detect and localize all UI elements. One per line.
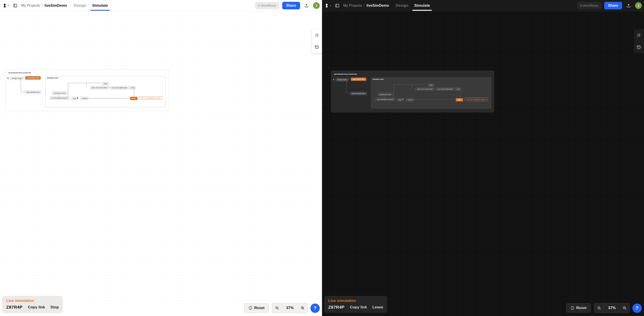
- zoom-level[interactable]: 37%: [604, 303, 620, 313]
- node-join[interactable]: Join: [455, 87, 461, 91]
- edge: [460, 89, 460, 98]
- node-click-live-mode-button[interactable]: click Live mode button: [416, 87, 434, 91]
- diagram-title: openStudioView (restored): [333, 73, 492, 76]
- tab-simulate[interactable]: Simulate: [414, 1, 430, 10]
- history-panel-button[interactable]: [634, 41, 644, 53]
- node-normal[interactable]: normal: [406, 98, 414, 101]
- panel-icon: [335, 3, 340, 8]
- log-panel-button[interactable]: 123: [312, 29, 322, 41]
- state-diagram-inner[interactable]: Simulate mode Start click Live mode butt…: [371, 77, 491, 109]
- svg-rect-0: [14, 4, 17, 7]
- bottom-controls: Reset 37%: [566, 303, 630, 313]
- tab-simulate[interactable]: Simulate: [92, 1, 108, 10]
- node-join-live-sim[interactable]: Join Live Simulation session: [139, 96, 162, 100]
- live-sim-title: Live simulation: [6, 299, 59, 303]
- workflows-badge[interactable]: 0 Workflows: [577, 2, 601, 9]
- header: ▾ My Projects / liveSimDemo Design Simul…: [322, 0, 644, 11]
- breadcrumb-root[interactable]: My Projects: [343, 3, 362, 7]
- reset-button[interactable]: Reset: [244, 303, 269, 313]
- help-button[interactable]: ?: [310, 304, 320, 313]
- node-live-mode-panel-open[interactable]: Live mode panel open: [436, 87, 454, 91]
- export-button[interactable]: [303, 2, 310, 9]
- list-icon: 123: [636, 33, 641, 37]
- avatar[interactable]: J: [635, 2, 642, 9]
- node-normal[interactable]: normal: [80, 97, 88, 100]
- avatar[interactable]: J: [313, 2, 320, 9]
- app-logo[interactable]: ▾: [2, 3, 9, 8]
- help-button[interactable]: ?: [632, 304, 642, 313]
- node-click-simulate-view[interactable]: click Simulate view: [24, 90, 41, 94]
- breadcrumb-project[interactable]: liveSimDemo: [366, 3, 389, 7]
- node-live-sim-session[interactable]: Live Simulation session: [50, 96, 70, 100]
- node-start[interactable]: Start: [428, 83, 434, 87]
- inner-diagram-title: Simulate mode: [46, 76, 166, 79]
- node-live-mode-panel-open[interactable]: Live mode panel open: [110, 86, 129, 89]
- state-diagram-outer[interactable]: openStudioView (restored) Design mode cl…: [5, 69, 168, 111]
- export-button[interactable]: [625, 2, 632, 9]
- edge: [412, 99, 455, 100]
- state-diagram-outer[interactable]: openStudioView (restored) Design mode cl…: [331, 71, 494, 112]
- zoom-level[interactable]: 37%: [282, 303, 298, 313]
- edge: [134, 87, 134, 96]
- canvas[interactable]: 123 openStudioView (restored) Design mod…: [0, 11, 322, 316]
- share-button[interactable]: Share: [282, 2, 300, 9]
- node-stop[interactable]: stop: [71, 97, 78, 100]
- svg-text:3: 3: [315, 36, 316, 37]
- edge: [21, 78, 21, 92]
- history-icon: [314, 45, 319, 49]
- breadcrumb-project[interactable]: liveSimDemo: [44, 3, 67, 7]
- node-leave[interactable]: leave: [456, 98, 463, 101]
- right-rail: 123: [312, 29, 322, 53]
- edge: [21, 78, 24, 78]
- zoom-out-icon: [597, 306, 601, 310]
- stop-session-button[interactable]: Stop: [50, 305, 59, 310]
- node-stop[interactable]: stop: [397, 98, 403, 101]
- breadcrumb-root[interactable]: My Projects: [21, 3, 40, 7]
- copy-link-button[interactable]: Copy link: [28, 305, 45, 310]
- zoom-out-button[interactable]: [594, 303, 604, 313]
- reset-label: Reset: [576, 306, 586, 310]
- node-click-design-view[interactable]: click Design view: [351, 77, 366, 81]
- node-start[interactable]: Start: [102, 82, 109, 85]
- live-simulation-panel: Live simulation Z87R4P Copy link Leave: [324, 296, 387, 313]
- node-copy-link[interactable]: copy link or code: [52, 91, 67, 95]
- canvas[interactable]: 123 openStudioView (restored) Design mod…: [322, 11, 644, 316]
- node-click-live-mode-button[interactable]: click Live mode button: [90, 86, 109, 89]
- node-live-sim-session[interactable]: Live Simulation session: [375, 98, 395, 101]
- sidebar-toggle-button[interactable]: [334, 2, 341, 9]
- zoom-in-button[interactable]: [620, 303, 630, 313]
- node-join-live-sim[interactable]: Join Live Simulation session: [465, 98, 488, 101]
- edge: [21, 92, 24, 92]
- leave-session-button[interactable]: Leave: [372, 305, 383, 310]
- workflows-badge[interactable]: 0 Workflows: [255, 2, 279, 9]
- zoom-out-button[interactable]: [272, 303, 282, 313]
- tab-design[interactable]: Design: [73, 1, 87, 10]
- share-button[interactable]: Share: [604, 2, 622, 9]
- initial-state-dot: [333, 79, 334, 80]
- live-simulation-panel: Live simulation Z87R4P Copy link Stop: [2, 296, 63, 313]
- sidebar-toggle-button[interactable]: [12, 2, 19, 9]
- chevron-down-icon: ▾: [8, 4, 9, 7]
- app-logo[interactable]: ▾: [324, 3, 331, 8]
- node-click-design-view[interactable]: click Design view: [25, 76, 41, 79]
- tab-design[interactable]: Design: [395, 1, 409, 10]
- breadcrumb: My Projects / liveSimDemo: [21, 3, 67, 7]
- edge: [86, 98, 130, 98]
- reset-button[interactable]: Reset: [566, 303, 591, 313]
- edge: [384, 95, 384, 98]
- reset-label: Reset: [254, 306, 264, 310]
- state-diagram-inner[interactable]: Simulate mode Start click Live mode butt…: [46, 76, 166, 107]
- node-leave[interactable]: leave: [130, 97, 138, 100]
- copy-link-button[interactable]: Copy link: [350, 305, 367, 310]
- mode-tabs: Design Simulate: [73, 1, 109, 10]
- zoom-in-button[interactable]: [298, 303, 308, 313]
- edge: [434, 89, 436, 89]
- log-panel-button[interactable]: 123: [634, 29, 644, 41]
- node-copy-link[interactable]: copy link or code: [378, 93, 393, 96]
- node-join[interactable]: Join: [129, 86, 136, 89]
- refresh-icon: [248, 306, 252, 310]
- history-panel-button[interactable]: [312, 41, 322, 53]
- node-click-simulate-view[interactable]: click Simulate view: [350, 92, 367, 95]
- history-icon: [636, 45, 641, 49]
- live-sim-code: Z87R4P: [328, 305, 344, 310]
